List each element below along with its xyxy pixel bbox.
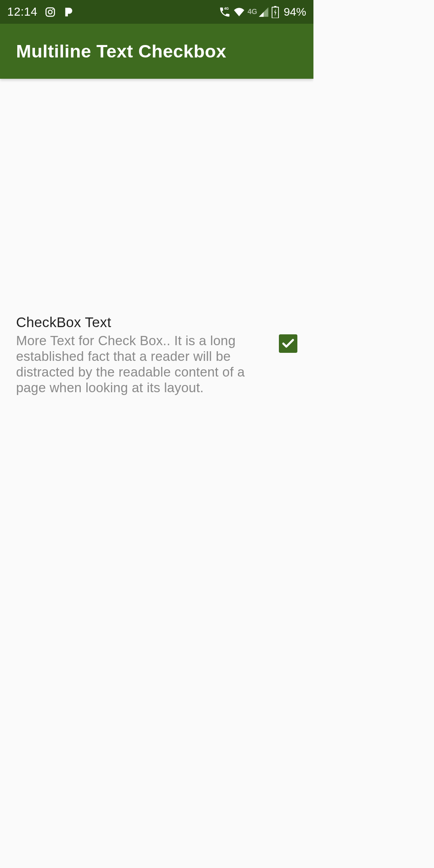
svg-point-2 xyxy=(52,9,53,10)
wifi-icon xyxy=(233,6,245,18)
page-title: Multiline Text Checkbox xyxy=(16,41,226,62)
checkbox-text-block: CheckBox Text More Text for Check Box.. … xyxy=(16,314,267,395)
status-right-group: 4G 4G 94% xyxy=(219,6,306,18)
content-area: CheckBox Text More Text for Check Box.. … xyxy=(0,79,313,627)
app-bar: Multiline Text Checkbox xyxy=(0,24,313,79)
checkbox-input[interactable] xyxy=(279,334,297,353)
checkbox-row[interactable]: CheckBox Text More Text for Check Box.. … xyxy=(16,314,297,395)
status-bar: 12:14 4G 4G xyxy=(0,0,313,24)
svg-point-1 xyxy=(48,10,52,14)
battery-percentage: 94% xyxy=(284,6,306,18)
svg-text:4G: 4G xyxy=(224,6,229,10)
status-time: 12:14 xyxy=(7,5,37,18)
pandora-icon xyxy=(63,7,74,17)
instagram-icon xyxy=(45,6,56,18)
phone-4g-icon: 4G xyxy=(219,6,231,18)
check-icon xyxy=(281,336,295,351)
checkbox-description: More Text for Check Box.. It is a long e… xyxy=(16,333,259,395)
signal-icon xyxy=(258,6,269,18)
status-left-group: 12:14 xyxy=(7,5,219,18)
checkbox-title: CheckBox Text xyxy=(16,314,259,330)
network-4g-label: 4G xyxy=(248,8,257,16)
battery-charging-icon xyxy=(272,6,279,18)
